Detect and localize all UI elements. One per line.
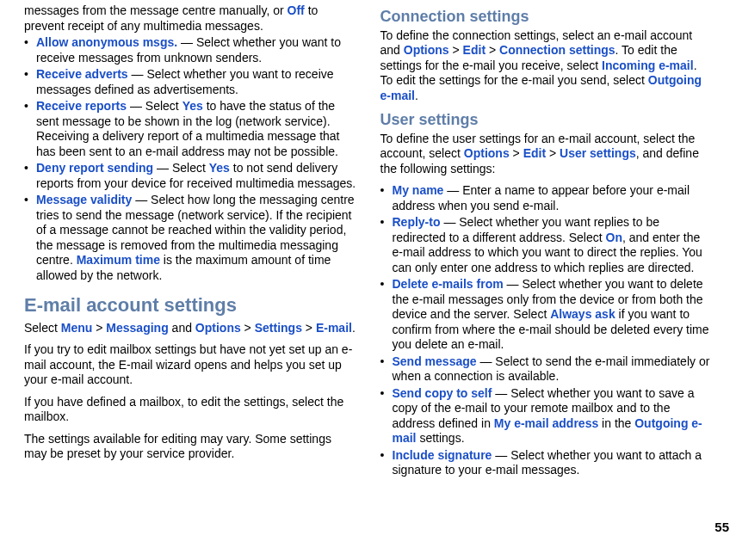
bullet-allow-anonymous: • Allow anonymous msgs. — Select whether… [24,35,356,65]
bullet-body: Delete e-mails from — Select whether you… [393,277,713,353]
bullet-icon: • [380,277,393,353]
nav-options: Options [464,146,510,160]
heading-email-account-settings: E-mail account settings [24,293,356,317]
bullet-receive-reports: • Receive reports — Select Yes to have t… [24,99,356,159]
bullet-icon: • [24,67,36,97]
bullet-receive-adverts: • Receive adverts — Select whether you w… [24,67,356,97]
text: > [486,43,499,57]
bullet-icon: • [24,99,36,159]
value-incoming-email: Incoming e-mail [602,58,694,72]
bullet-icon: • [24,161,36,191]
nav-edit: Edit [523,146,546,160]
bullet-deny-report-sending: • Deny report sending — Select Yes to no… [24,161,356,191]
text: > [449,43,463,57]
value-on: On [606,231,622,244]
text: — Select [127,99,182,113]
bullet-body: Deny report sending — Select Yes to not … [36,161,356,191]
bullet-body: Reply-to — Select whether you want repli… [393,215,713,275]
bullet-body: Receive reports — Select Yes to have the… [36,99,356,159]
term: Delete e-mails from [393,277,504,291]
text: in the [598,416,634,430]
right-column: Connection settings To define the connec… [380,3,713,480]
term: Reply-to [393,215,441,229]
text: Select [24,321,61,335]
heading-user-settings: User settings [380,110,713,130]
text: > [92,321,106,335]
bullet-body: Send copy to self — Select whether you w… [393,386,713,446]
bullet-body: Allow anonymous msgs. — Select whether y… [36,35,356,65]
nav-user-settings: User settings [560,146,636,160]
para-wizard: If you try to edit mailbox settings but … [24,342,356,388]
intro-continuation: messages from the message centre manuall… [24,3,356,34]
text: . [352,321,356,335]
nav-options: Options [195,321,241,335]
nav-menu: Menu [61,321,93,335]
value-yes: Yes [209,161,230,175]
nav-edit: Edit [463,43,486,57]
bullet-body: My name — Enter a name to appear before … [393,183,713,213]
left-column: messages from the message centre manuall… [24,3,356,480]
nav-connection-settings: Connection settings [499,43,615,57]
bullet-include-signature: • Include signature — Select whether you… [380,448,713,478]
bullet-icon: • [380,354,393,385]
nav-options: Options [404,43,449,57]
term: My name [393,183,444,197]
bullet-body: Receive adverts — Select whether you wan… [36,67,356,97]
bullet-reply-to: • Reply-to — Select whether you want rep… [380,215,713,275]
text: > [241,321,255,335]
text: and [169,321,195,335]
page-number: 55 [714,520,729,536]
heading-connection-settings: Connection settings [380,7,713,27]
para-connection: To define the connection settings, selec… [380,28,713,104]
bullet-icon: • [380,386,393,446]
nav-email: E-mail [316,321,352,335]
term: Include signature [393,448,492,462]
bullet-icon: • [24,193,36,283]
bullet-icon: • [380,448,393,478]
term: Send message [393,354,477,368]
value-always-ask: Always ask [550,307,615,321]
term: Message validity [36,193,132,206]
text: settings. [417,431,465,445]
text: > [302,321,316,335]
bullet-my-name: • My name — Enter a name to appear befor… [380,183,713,213]
bullet-icon: • [380,183,393,213]
text: > [546,146,560,160]
nav-messaging: Messaging [106,321,168,335]
term: Receive adverts [36,67,128,81]
text: . [415,89,418,102]
para-user-intro: To define the user settings for an e-mai… [380,132,713,177]
nav-settings: Settings [255,321,302,335]
value-my-email-address: My e-mail address [494,416,598,430]
bullet-message-validity: • Message validity — Select how long the… [24,193,356,283]
bullet-body: Message validity — Select how long the m… [36,193,356,283]
value-yes: Yes [182,99,203,113]
bullet-send-copy-to-self: • Send copy to self — Select whether you… [380,386,713,446]
term: Send copy to self [393,386,492,400]
bullet-body: Send message — Select to send the e-mail… [393,354,713,385]
nav-path: Select Menu > Messaging and Options > Se… [24,321,356,336]
bullet-send-message: • Send message — Select to send the e-ma… [380,354,713,385]
para-settings-vary: The settings available for editing may v… [24,432,356,462]
text: messages from the message centre manuall… [24,3,288,17]
text: > [510,146,523,160]
bullet-icon: • [380,215,393,275]
bullet-body: Include signature — Select whether you w… [393,448,713,478]
bullet-icon: • [24,35,36,65]
bullet-delete-emails-from: • Delete e-mails from — Select whether y… [380,277,713,353]
term: Deny report sending [36,161,153,175]
manual-page: messages from the message centre manuall… [0,0,736,487]
term: Allow anonymous msgs. [36,35,177,49]
term: Receive reports [36,99,127,113]
value-maximum-time: Maximum time [77,253,160,267]
value-off: Off [288,3,305,17]
para-defined-mailbox: If you have defined a mailbox, to edit t… [24,395,356,425]
text: — Select [153,161,209,175]
